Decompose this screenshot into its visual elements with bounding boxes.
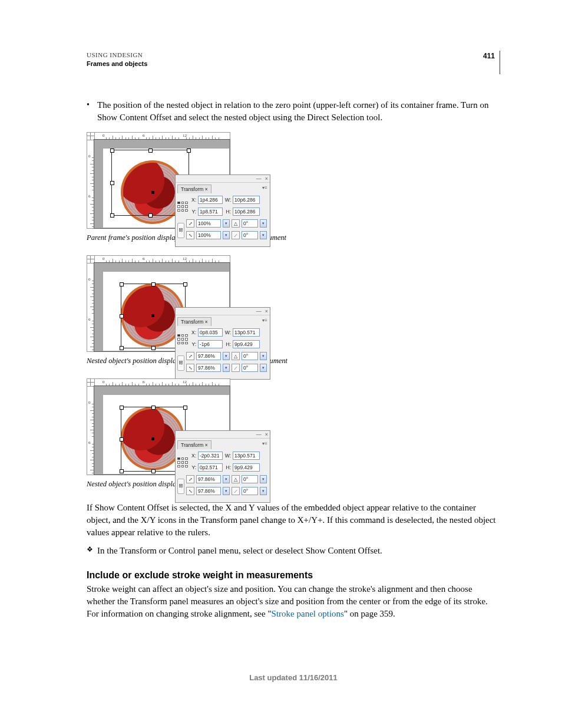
shear-field[interactable]: 0° <box>242 364 258 372</box>
dropdown-icon[interactable]: ▾ <box>260 364 267 372</box>
header-product: USING INDESIGN <box>87 51 147 60</box>
transform-panel: —×Transform ×▾≡X:0p8.035Y:-1p6W:13p0.571… <box>175 307 270 380</box>
constrain-proportions-icon[interactable]: ⛓ <box>177 355 184 371</box>
rotation-field[interactable]: 0° <box>242 475 258 483</box>
selection-handle[interactable] <box>151 282 156 286</box>
shear-icon: ⟋ <box>232 487 240 495</box>
close-icon[interactable]: × <box>265 308 268 314</box>
header-section: Frames and objects <box>87 60 147 68</box>
stroke-panel-options-link[interactable]: Stroke panel options <box>272 609 344 618</box>
transform-panel: —×Transform ×▾≡X:-2p0.321Y:0p2.571W:13p0… <box>175 430 270 503</box>
minimize-icon[interactable]: — <box>256 176 262 182</box>
transform-tab[interactable]: Transform × <box>177 440 211 449</box>
selection-handle[interactable] <box>151 469 156 473</box>
y-field[interactable]: -1p6 <box>198 340 223 348</box>
dropdown-icon[interactable]: ▾ <box>223 487 230 495</box>
selection-handle[interactable] <box>187 149 191 153</box>
w-field[interactable]: 10p6.286 <box>233 196 260 204</box>
tab-close-icon[interactable]: × <box>203 442 207 448</box>
w-field[interactable]: 13p0.571 <box>233 452 260 460</box>
reference-point-proxy[interactable] <box>177 334 188 345</box>
dropdown-icon[interactable]: ▾ <box>223 231 230 239</box>
panel-menu-icon[interactable]: ▾≡ <box>262 441 267 446</box>
h-field[interactable]: 9p9.429 <box>233 340 260 348</box>
dropdown-icon[interactable]: ▾ <box>223 475 230 483</box>
selection-handle[interactable] <box>148 149 153 153</box>
minimize-icon[interactable]: — <box>256 308 262 314</box>
page-rule <box>500 51 500 74</box>
tab-label: Transform <box>181 319 203 325</box>
selection-handle[interactable] <box>151 406 156 410</box>
selection-handle[interactable] <box>120 282 124 286</box>
h-field[interactable]: 9p9.429 <box>233 463 260 472</box>
selection-handle[interactable] <box>110 149 114 153</box>
scale-x-field[interactable]: 97.86% <box>196 475 221 483</box>
panel-menu-icon[interactable]: ▾≡ <box>262 318 267 323</box>
transform-tab[interactable]: Transform × <box>177 317 211 326</box>
y-field[interactable]: 0p2.571 <box>198 463 223 472</box>
reference-point-proxy[interactable] <box>177 457 188 468</box>
ruler-tick: 0 <box>88 154 91 159</box>
y-field[interactable]: 1p8.571 <box>198 207 223 216</box>
dropdown-icon[interactable]: ▾ <box>223 364 230 372</box>
selection-handle[interactable] <box>148 213 153 218</box>
field-label: Y: <box>190 465 196 470</box>
minimize-icon[interactable]: — <box>256 431 262 437</box>
rotation-field[interactable]: 0° <box>242 219 258 228</box>
scale-icon: ⤡ <box>186 487 194 495</box>
ruler-tick: 6 <box>143 380 145 384</box>
selection-handle[interactable] <box>120 437 124 442</box>
constrain-proportions-icon[interactable]: ⛓ <box>177 223 184 238</box>
selection-handle[interactable] <box>110 181 114 185</box>
dropdown-icon[interactable]: ▾ <box>260 487 267 495</box>
ruler-tick: 0 <box>88 400 91 405</box>
dropdown-icon[interactable]: ▾ <box>223 219 230 228</box>
w-field[interactable]: 13p0.571 <box>233 328 260 337</box>
dropdown-icon[interactable]: ▾ <box>260 231 267 239</box>
scale-y-field[interactable]: 97.86% <box>196 364 221 372</box>
panel-menu-icon[interactable]: ▾≡ <box>262 185 267 190</box>
dropdown-icon[interactable]: ▾ <box>260 219 267 228</box>
rotation-icon: △ <box>232 352 240 360</box>
figure-caption: Nested object's position displayed relat… <box>87 357 500 365</box>
x-field[interactable]: 0p8.035 <box>198 328 223 337</box>
ruler-tick: 0 <box>103 133 105 138</box>
selection-handle[interactable] <box>120 406 124 410</box>
scale-y-field[interactable]: 97.86% <box>196 487 221 495</box>
selection-handle[interactable] <box>183 282 187 286</box>
transform-tab[interactable]: Transform × <box>177 185 211 193</box>
dropdown-icon[interactable]: ▾ <box>260 352 267 360</box>
selection-handle[interactable] <box>183 406 187 410</box>
dropdown-icon[interactable]: ▾ <box>223 352 230 360</box>
close-icon[interactable]: × <box>265 431 268 437</box>
scale-x-field[interactable]: 100% <box>196 219 221 228</box>
page-header: USING INDESIGN Frames and objects 411 <box>87 51 500 74</box>
scale-x-field[interactable]: 97.86% <box>196 352 221 360</box>
selection-handle[interactable] <box>120 314 124 318</box>
selection-handle[interactable] <box>110 213 114 218</box>
tab-close-icon[interactable]: × <box>203 319 207 325</box>
field-label: X: <box>190 453 196 459</box>
instruction-item: In the Transform or Control panel menu, … <box>97 545 500 557</box>
x-field[interactable]: 1p4.286 <box>198 196 223 204</box>
paragraph: Stroke weight can affect an object's siz… <box>87 583 500 620</box>
shear-field[interactable]: 0° <box>242 231 258 239</box>
field-label: H: <box>224 465 231 470</box>
tab-close-icon[interactable]: × <box>203 186 207 192</box>
field-label: Y: <box>190 209 196 215</box>
scale-y-field[interactable]: 100% <box>196 231 221 239</box>
scale-icon: ⤢ <box>186 475 194 483</box>
h-field[interactable]: 10p6.286 <box>233 207 260 216</box>
text-run: " on page 359. <box>344 609 395 618</box>
constrain-proportions-icon[interactable]: ⛓ <box>177 479 184 494</box>
scale-icon: ⤡ <box>186 364 194 372</box>
selection-handle[interactable] <box>151 346 156 350</box>
shear-field[interactable]: 0° <box>242 487 258 495</box>
rotation-field[interactable]: 0° <box>242 352 258 360</box>
selection-handle[interactable] <box>120 469 124 473</box>
close-icon[interactable]: × <box>265 176 268 182</box>
x-field[interactable]: -2p0.321 <box>198 452 223 460</box>
dropdown-icon[interactable]: ▾ <box>260 475 267 483</box>
selection-handle[interactable] <box>120 346 124 350</box>
reference-point-proxy[interactable] <box>177 202 188 212</box>
